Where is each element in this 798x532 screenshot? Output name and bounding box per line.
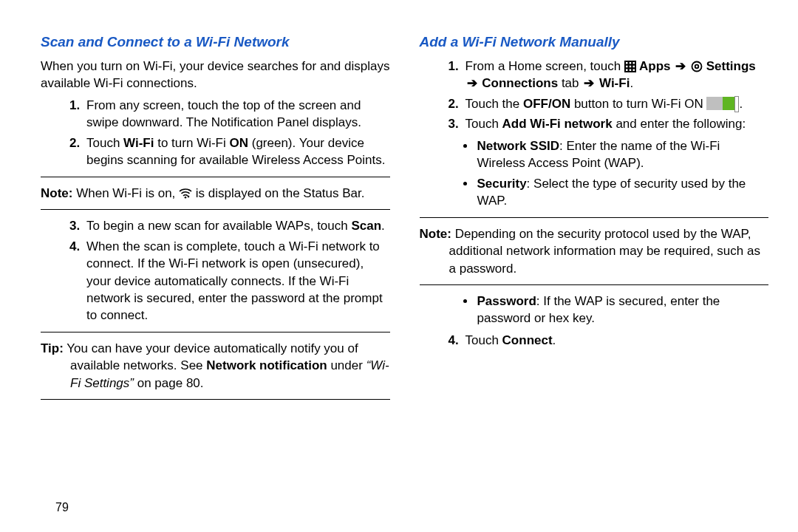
left-column: Scan and Connect to a Wi-Fi Network When… [41, 30, 390, 407]
step-1: From a Home screen, touch Apps ➔ Setting… [463, 58, 769, 92]
text: . [553, 333, 556, 347]
text: Touch [86, 136, 123, 150]
text: . [381, 219, 385, 233]
divider [41, 332, 390, 332]
text: From a Home screen, touch [466, 59, 624, 73]
step-4: Touch Connect. [463, 332, 769, 349]
steps-list-right-a: From a Home screen, touch Apps ➔ Setting… [420, 58, 769, 133]
text: button to turn Wi-Fi ON [570, 97, 706, 111]
text: tab [558, 76, 582, 90]
text: on page 80. [134, 376, 204, 390]
text: Touch [466, 333, 502, 347]
arrow-icon: ➔ [466, 76, 479, 90]
arrow-icon: ➔ [674, 59, 687, 73]
connections-bold: Connections [479, 76, 559, 90]
bullet-ssid: Network SSID: Enter the name of the Wi-F… [476, 137, 769, 172]
svg-rect-10 [632, 69, 635, 72]
bullet-list-a: Network SSID: Enter the name of the Wi-F… [420, 137, 769, 210]
text: under [327, 358, 366, 372]
arrow-icon: ➔ [582, 76, 596, 90]
text: . [739, 97, 743, 111]
step-2: Touch Wi-Fi to turn Wi-Fi ON (green). Yo… [83, 134, 390, 169]
divider [41, 177, 390, 177]
offon-bold: OFF/ON [523, 97, 570, 111]
apps-grid-icon [624, 61, 636, 72]
ssid-bold: Network SSID [477, 139, 559, 153]
settings-bold: Settings [703, 59, 756, 73]
right-column: Add a Wi-Fi Network Manually From a Home… [420, 30, 769, 407]
note-label: Note: [420, 227, 451, 241]
apps-bold: Apps [636, 59, 671, 73]
divider [41, 209, 390, 210]
step-3: To begin a new scan for available WAPs, … [83, 217, 390, 234]
tip-network-notification: Tip: You can have your device automatica… [41, 340, 390, 392]
divider [420, 284, 769, 285]
heading-add-manually: Add a Wi-Fi Network Manually [420, 34, 769, 50]
scan-bold: Scan [351, 219, 381, 233]
toggle-switch-icon [706, 97, 739, 110]
connect-bold: Connect [502, 333, 553, 347]
svg-rect-5 [626, 66, 628, 68]
step-4: When the scan is complete, touch a Wi-Fi… [83, 238, 390, 324]
svg-point-12 [695, 65, 699, 69]
text: and enter the following: [613, 117, 746, 131]
bullet-security: Security: Select the type of security us… [476, 175, 769, 210]
step-3: Touch Add Wi-Fi network and enter the fo… [463, 115, 769, 132]
text: is displayed on the Status Bar. [196, 186, 365, 200]
wifi-bold: Wi-Fi [123, 136, 154, 150]
tip-label: Tip: [41, 341, 64, 355]
bullet-list-b: Password: If the WAP is secured, enter t… [420, 293, 769, 327]
text: Touch [466, 117, 502, 131]
svg-rect-4 [632, 62, 635, 64]
step-2: Touch the OFF/ON button to turn Wi-Fi ON… [463, 95, 769, 112]
svg-point-11 [692, 62, 701, 72]
note-wifi-statusbar: Note: When Wi-Fi is on, is displayed on … [41, 185, 390, 202]
security-bold: Security [477, 177, 527, 191]
add-wifi-bold: Add Wi-Fi network [502, 117, 613, 131]
network-notification-bold: Network notification [206, 358, 327, 372]
svg-point-0 [185, 197, 187, 199]
text: Depending on the security protocol used … [449, 227, 760, 276]
text: When Wi-Fi is on, [72, 186, 179, 200]
text: to turn Wi-Fi [154, 136, 229, 150]
steps-list-a: From any screen, touch the top of the sc… [41, 97, 390, 169]
note-label: Note: [41, 186, 72, 200]
bullet-password: Password: If the WAP is secured, enter t… [476, 293, 769, 327]
text: Touch the [466, 97, 523, 111]
svg-rect-6 [630, 66, 632, 68]
on-bold: ON [230, 136, 249, 150]
wifi-bold: Wi-Fi [596, 76, 630, 90]
steps-list-b: To begin a new scan for available WAPs, … [41, 217, 390, 324]
divider [420, 217, 769, 218]
heading-scan-connect: Scan and Connect to a Wi-Fi Network [41, 34, 390, 50]
step-1: From any screen, touch the top of the sc… [83, 97, 390, 132]
svg-rect-2 [626, 62, 628, 64]
svg-rect-7 [632, 66, 635, 68]
wifi-icon [179, 188, 192, 200]
svg-rect-9 [630, 69, 632, 72]
intro-text: When you turn on Wi-Fi, your device sear… [41, 58, 390, 92]
text: To begin a new scan for available WAPs, … [86, 219, 351, 233]
divider [41, 399, 390, 400]
page-number: 79 [55, 501, 69, 514]
settings-gear-icon [691, 61, 703, 72]
svg-rect-3 [630, 62, 632, 64]
note-security-protocol: Note: Depending on the security protocol… [420, 225, 769, 277]
text: . [630, 76, 633, 90]
svg-rect-8 [626, 69, 628, 72]
password-bold: Password [477, 294, 536, 308]
steps-list-right-b: Touch Connect. [420, 332, 769, 349]
